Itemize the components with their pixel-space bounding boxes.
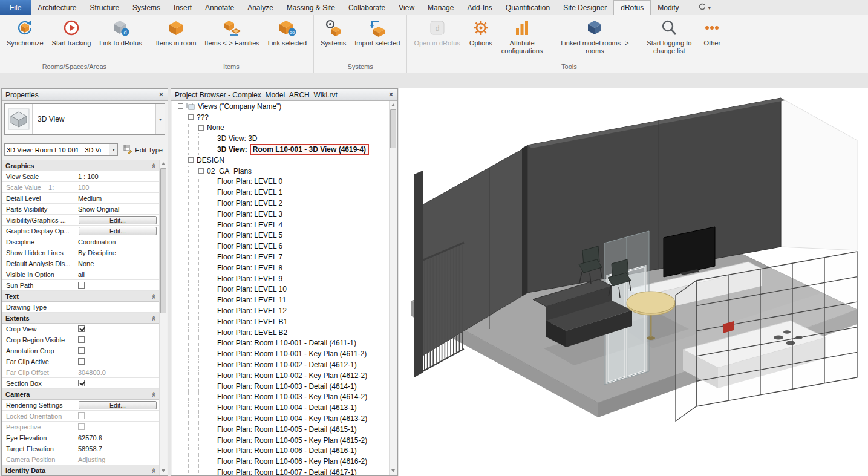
rendering-settings-edit-button[interactable]: Edit... [79, 401, 157, 409]
property-section-text[interactable]: Text≫ [2, 291, 159, 302]
close-icon[interactable]: ✕ [388, 91, 394, 99]
tree-expander-icon[interactable] [198, 125, 204, 131]
view-selector-combo[interactable]: 3D View: Room L10-001 - 3D Vi ▾ [4, 143, 118, 156]
tree-item-floor-plan-room-l10-007-detail-4617-1[interactable]: Floor Plan: Room L10-007 - Detail (4617-… [172, 467, 389, 475]
property-value[interactable]: 62570.6 [76, 432, 159, 443]
property-value[interactable] [76, 302, 159, 312]
tree-item-floor-plan-room-l10-002-detail-4612-1[interactable]: Floor Plan: Room L10-002 - Detail (4612-… [172, 359, 389, 370]
ribbon-tab-quantification[interactable]: Quantification [499, 0, 556, 15]
tree-item-floor-plan-room-l10-004-detail-4613-1[interactable]: Floor Plan: Room L10-004 - Detail (4613-… [172, 402, 389, 413]
tree-item-floor-plan-room-l10-001-key-plan-4611-2[interactable]: Floor Plan: Room L10-001 - Key Plan (461… [172, 348, 389, 359]
tree-item-floor-plan-room-l10-005-key-plan-4615-2[interactable]: Floor Plan: Room L10-005 - Key Plan (461… [172, 435, 389, 446]
locked-orientation-checkbox[interactable] [78, 412, 85, 419]
tree-item-floor-plan-level-7[interactable]: Floor Plan: LEVEL 7 [172, 252, 389, 262]
edit-type-button[interactable]: Edit Type [121, 143, 165, 156]
ribbon-tab-site-designer[interactable]: Site Designer [556, 0, 613, 15]
ribbon-tab-architecture[interactable]: Architecture [31, 0, 83, 15]
tree-item-floor-plan-level-0[interactable]: Floor Plan: LEVEL 0 [172, 177, 389, 187]
ribbon-tab-annotate[interactable]: Annotate [198, 0, 241, 15]
section-box-checkbox[interactable] [78, 380, 85, 386]
tree-item-floor-plan-level-9[interactable]: Floor Plan: LEVEL 9 [172, 273, 389, 284]
start-tracking-button[interactable]: Start tracking [48, 17, 96, 48]
tree-item-floor-plan-room-l10-006-key-plan-4616-2[interactable]: Floor Plan: Room L10-006 - Key Plan (461… [172, 456, 389, 467]
tree-item-room-l10-001-3d-view-4619-4[interactable]: 3D View:Room L10-001 - 3D View (4619-4) [172, 144, 389, 155]
tree-expander-icon[interactable] [188, 114, 194, 120]
graphic-display-op-edit-button[interactable]: Edit... [79, 227, 157, 235]
far-clip-active-checkbox[interactable] [78, 358, 85, 365]
ribbon-tab-add-ins[interactable]: Add-Ins [460, 0, 498, 15]
property-value[interactable]: 1 : 100 [76, 171, 159, 181]
import-selected-button[interactable]: Import selected [350, 17, 404, 48]
tree-item-floor-plan-room-l10-006-detail-4616-1[interactable]: Floor Plan: Room L10-006 - Detail (4616-… [172, 446, 389, 457]
systems-button[interactable]: Systems [316, 17, 350, 48]
tree-item-floor-plan-level-b2[interactable]: Floor Plan: LEVEL B2 [172, 327, 389, 338]
scroll-up-arrow[interactable] [160, 160, 167, 168]
ribbon-tab-collaborate[interactable]: Collaborate [342, 0, 392, 15]
tree-expander-icon[interactable] [188, 157, 194, 163]
visibility-graphics-edit-button[interactable]: Edit... [79, 216, 157, 224]
attribute-configurations-button[interactable]: Attribute configurations [497, 17, 547, 56]
crop-view-checkbox[interactable] [78, 325, 85, 332]
properties-scrollbar[interactable] [159, 160, 167, 475]
tree-item-floor-plan-level-12[interactable]: Floor Plan: LEVEL 12 [172, 305, 389, 316]
3d-viewport[interactable] [399, 88, 868, 476]
property-section-graphics[interactable]: Graphics≫ [2, 160, 159, 171]
tree-item-[interactable]: ??? [172, 112, 389, 123]
ribbon-tab-manage[interactable]: Manage [421, 0, 460, 15]
ribbon-tab-systems[interactable]: Systems [126, 0, 167, 15]
tree-item-floor-plan-level-b1[interactable]: Floor Plan: LEVEL B1 [172, 316, 389, 327]
property-section-camera[interactable]: Camera≫ [2, 389, 159, 400]
property-value[interactable]: Show Original [76, 204, 159, 214]
tree-item-3d-view-3d[interactable]: 3D View: 3D [172, 133, 389, 144]
scrollbar-thumb[interactable] [160, 168, 166, 313]
project-browser-scrollbar[interactable] [389, 101, 397, 475]
tree-item-02-ga-plans[interactable]: 02_GA_Plans [172, 166, 389, 177]
property-value[interactable]: By Discipline [76, 247, 159, 258]
items-families-button[interactable]: Items <-> Families [200, 17, 263, 48]
scrollbar-thumb[interactable] [390, 109, 396, 148]
linked-model-rooms-rooms-button[interactable]: Linked model rooms -> rooms [547, 17, 642, 56]
ribbon-tab-view[interactable]: View [392, 0, 421, 15]
property-value[interactable]: Medium [76, 193, 159, 203]
tree-item-floor-plan-room-l10-003-detail-4614-1[interactable]: Floor Plan: Room L10-003 - Detail (4614-… [172, 381, 389, 392]
start-logging-to-change-list-button[interactable]: Start logging to change list [642, 17, 696, 56]
ribbon-tab-structure[interactable]: Structure [83, 0, 126, 15]
tree-expander-icon[interactable] [198, 168, 204, 174]
ribbon-tab-modify[interactable]: Modify [651, 0, 685, 15]
tree-item-floor-plan-level-5[interactable]: Floor Plan: LEVEL 5 [172, 230, 389, 241]
tree-item-floor-plan-level-8[interactable]: Floor Plan: LEVEL 8 [172, 262, 389, 273]
property-value[interactable]: None [76, 258, 159, 269]
ribbon-tab-insert[interactable]: Insert [167, 0, 198, 15]
perspective-checkbox[interactable] [78, 423, 85, 430]
tree-item-floor-plan-level-2[interactable]: Floor Plan: LEVEL 2 [172, 198, 389, 209]
property-value[interactable]: Coordination [76, 236, 159, 247]
property-value[interactable]: 58958.7 [76, 443, 159, 454]
scroll-down-arrow[interactable] [160, 467, 167, 475]
other-button[interactable]: Other [696, 17, 728, 48]
property-section-extents[interactable]: Extents≫ [2, 313, 159, 324]
tree-item-floor-plan-room-l10-004-key-plan-4613-2[interactable]: Floor Plan: Room L10-004 - Key Plan (461… [172, 413, 389, 424]
property-section-identity-data[interactable]: Identity Data≫ [2, 465, 159, 475]
tree-item-floor-plan-level-6[interactable]: Floor Plan: LEVEL 6 [172, 241, 389, 252]
close-icon[interactable]: ✕ [158, 91, 164, 99]
synchronize-button[interactable]: Synchronize [2, 17, 48, 48]
ribbon-tab-analyze[interactable]: Analyze [241, 0, 280, 15]
options-button[interactable]: Options [465, 17, 497, 48]
tree-item-floor-plan-level-1[interactable]: Floor Plan: LEVEL 1 [172, 187, 389, 198]
ribbon-tab-drofus[interactable]: dRofus [613, 0, 651, 15]
tree-item-floor-plan-room-l10-001-detail-4611-1[interactable]: Floor Plan: Room L10-001 - Detail (4611-… [172, 338, 389, 349]
property-value[interactable]: all [76, 269, 159, 279]
scroll-up-arrow[interactable] [390, 101, 397, 109]
annotation-crop-checkbox[interactable] [78, 347, 85, 354]
sun-path-checkbox[interactable] [78, 282, 85, 289]
ribbon-display-toggle[interactable]: ▾ [694, 0, 715, 15]
crop-region-visible-checkbox[interactable] [78, 336, 85, 343]
link-to-drofus-button[interactable]: dLink to dRofus [95, 17, 146, 48]
tree-item-floor-plan-level-3[interactable]: Floor Plan: LEVEL 3 [172, 209, 389, 220]
tree-item-design[interactable]: DESIGN [172, 155, 389, 166]
link-selected-button[interactable]: doLink selected [264, 17, 311, 48]
tree-item-views-company-name[interactable]: Views ("Company Name") [172, 101, 389, 112]
scroll-down-arrow[interactable] [390, 467, 397, 475]
tree-item-floor-plan-level-10[interactable]: Floor Plan: LEVEL 10 [172, 284, 389, 295]
tree-item-floor-plan-room-l10-005-detail-4615-1[interactable]: Floor Plan: Room L10-005 - Detail (4615-… [172, 424, 389, 435]
